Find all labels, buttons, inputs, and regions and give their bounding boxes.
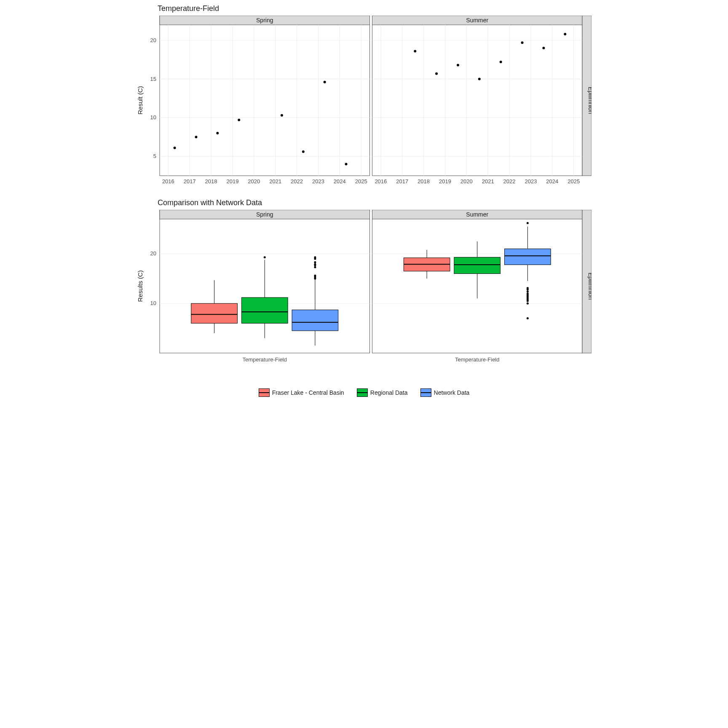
legend-item: Regional Data (357, 388, 408, 397)
svg-text:10: 10 (150, 300, 156, 306)
svg-text:2021: 2021 (269, 178, 281, 185)
svg-rect-94 (292, 310, 338, 331)
svg-point-24 (324, 81, 326, 83)
legend-label: Network Data (434, 389, 470, 396)
svg-point-131 (527, 290, 529, 292)
svg-point-130 (527, 292, 529, 294)
svg-text:Epilimnion: Epilimnion (587, 87, 592, 114)
svg-point-102 (314, 261, 316, 263)
svg-text:2021: 2021 (482, 178, 494, 185)
chart1-title: Temperature-Field (158, 4, 592, 13)
chart2-title: Comparison with Network Data (158, 198, 592, 207)
svg-rect-117 (454, 257, 500, 274)
svg-text:2025: 2025 (355, 178, 367, 185)
svg-text:2022: 2022 (503, 178, 516, 185)
svg-point-57 (500, 61, 502, 63)
svg-point-22 (281, 114, 283, 117)
svg-rect-121 (505, 249, 551, 265)
svg-text:5: 5 (153, 153, 156, 159)
svg-point-53 (414, 50, 416, 52)
svg-text:2023: 2023 (312, 178, 324, 185)
svg-point-124 (527, 302, 529, 305)
svg-rect-36 (372, 16, 583, 176)
svg-point-21 (238, 119, 240, 121)
svg-text:Temperature-Field: Temperature-Field (455, 356, 500, 363)
svg-text:2018: 2018 (418, 178, 430, 185)
svg-text:Summer: Summer (466, 17, 488, 24)
legend-item: Fraser Lake - Central Basin (259, 388, 344, 397)
svg-text:Temperature-Field: Temperature-Field (243, 356, 287, 363)
svg-text:2024: 2024 (546, 178, 558, 185)
svg-text:2016: 2016 (162, 178, 174, 185)
svg-point-123 (527, 317, 529, 319)
svg-text:2022: 2022 (291, 178, 303, 185)
svg-point-56 (478, 78, 481, 80)
svg-point-25 (345, 163, 348, 165)
svg-point-133 (527, 287, 529, 289)
legend-key-icon (259, 388, 270, 397)
legend-key-icon (357, 388, 368, 397)
svg-text:Summer: Summer (466, 211, 488, 218)
svg-point-60 (564, 33, 566, 35)
legend-item: Network Data (420, 388, 470, 397)
svg-point-59 (542, 47, 545, 49)
svg-text:2018: 2018 (205, 178, 217, 185)
svg-text:2019: 2019 (226, 178, 238, 185)
figure-container: Temperature-Field Result (C)Spring201620… (132, 0, 596, 401)
svg-point-134 (527, 222, 529, 224)
svg-rect-85 (191, 303, 238, 323)
svg-text:2023: 2023 (525, 178, 537, 185)
svg-text:2025: 2025 (567, 178, 580, 185)
svg-point-20 (216, 132, 219, 134)
svg-point-101 (314, 263, 316, 265)
legend-label: Regional Data (370, 389, 408, 396)
scatter-chart: Result (C)Spring201620172018201920202021… (136, 16, 592, 188)
svg-text:2017: 2017 (396, 178, 408, 185)
svg-text:Spring: Spring (256, 17, 273, 24)
legend-label: Fraser Lake - Central Basin (272, 389, 344, 396)
svg-point-55 (457, 64, 459, 66)
svg-point-19 (195, 136, 197, 138)
svg-rect-89 (241, 297, 288, 323)
svg-text:2024: 2024 (334, 178, 346, 185)
svg-text:10: 10 (150, 114, 156, 120)
svg-text:Results (C): Results (C) (136, 270, 144, 302)
svg-text:20: 20 (150, 37, 156, 43)
svg-point-23 (302, 150, 305, 153)
box-chart: Results (C)SpringTemperature-FieldSummer… (136, 210, 592, 370)
svg-text:2016: 2016 (375, 178, 387, 185)
svg-point-18 (174, 147, 176, 149)
svg-text:2017: 2017 (184, 178, 196, 185)
svg-text:15: 15 (150, 76, 156, 82)
svg-point-54 (435, 72, 438, 75)
svg-text:Spring: Spring (256, 211, 273, 218)
svg-point-99 (314, 266, 316, 268)
legend: Fraser Lake - Central Basin Regional Dat… (136, 388, 592, 397)
svg-text:2020: 2020 (460, 178, 473, 185)
svg-point-98 (314, 275, 316, 277)
svg-text:2019: 2019 (439, 178, 451, 185)
svg-point-58 (521, 41, 524, 44)
svg-rect-1 (160, 16, 370, 176)
legend-key-icon (420, 388, 431, 397)
svg-text:Epilimnion: Epilimnion (587, 273, 592, 300)
svg-text:Result (C): Result (C) (136, 86, 144, 115)
svg-point-91 (264, 256, 266, 258)
svg-point-104 (314, 256, 316, 258)
svg-text:20: 20 (150, 250, 156, 257)
svg-text:2020: 2020 (248, 178, 260, 185)
